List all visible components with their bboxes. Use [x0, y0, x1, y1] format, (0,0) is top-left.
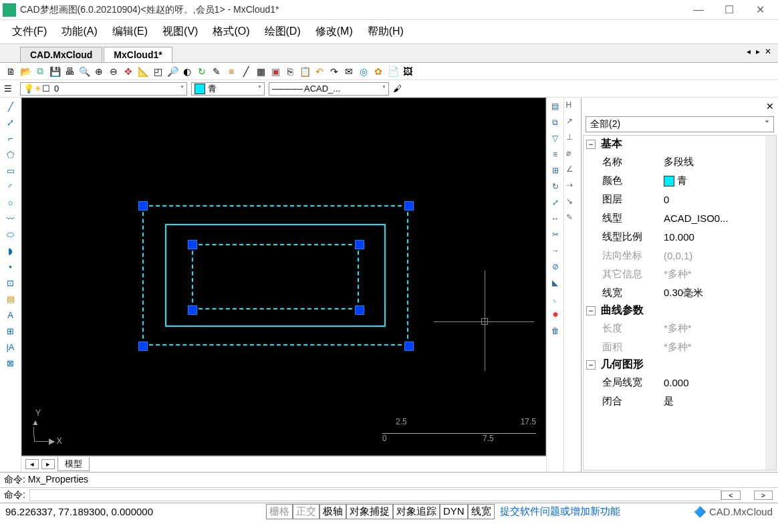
zoom-win-icon[interactable]: 🔎 [166, 65, 179, 78]
prop-lineweight-val[interactable]: 0.30毫米 [664, 287, 776, 299]
prop-ltscale-val[interactable]: 10.000 [664, 231, 776, 243]
tab-prev-button[interactable]: ◂ [25, 459, 39, 469]
insert-block-icon[interactable]: ⊡ [4, 277, 17, 289]
menu-file[interactable]: 文件(F) [5, 22, 53, 41]
break-icon[interactable]: ⊘ [549, 261, 562, 273]
mode-osnap[interactable]: 对象捕捉 [346, 504, 393, 519]
pan-icon[interactable]: ✥ [122, 65, 135, 78]
new-icon[interactable]: 🗎 [4, 65, 17, 78]
menu-draw[interactable]: 绘图(D) [258, 22, 307, 41]
feedback-link[interactable]: 提交软件问题或增加新功能 [500, 505, 620, 518]
mode-polar[interactable]: 极轴 [319, 504, 346, 519]
selection-filter-combo[interactable]: 全部(2) ˅ [586, 116, 774, 132]
paste-icon[interactable]: 📋 [298, 65, 311, 78]
pline-icon[interactable]: ⌐ [4, 132, 17, 144]
redo-icon[interactable]: ↷ [328, 65, 341, 78]
prop-globalwidth-val[interactable]: 0.000 [664, 377, 776, 388]
menu-function[interactable]: 功能(A) [55, 22, 104, 41]
drawing-canvas[interactable]: Y ▲ │ └──▶ X 2.5 17.5 0 7.5 [21, 98, 546, 456]
line-icon[interactable]: ╱ [4, 100, 17, 112]
array-icon[interactable]: ⊞ [549, 164, 562, 176]
group-basic[interactable]: −基本 [584, 136, 776, 152]
maximize-button[interactable]: ☐ [714, 1, 745, 19]
block-icon[interactable]: ▦ [254, 65, 267, 78]
menu-format[interactable]: 格式(O) [206, 22, 256, 41]
zoom-prev-icon[interactable]: ◐ [180, 65, 194, 78]
settings-icon[interactable]: ✿ [372, 65, 385, 78]
layer-manager-icon[interactable]: ☰ [4, 84, 16, 94]
menu-help[interactable]: 帮助(H) [361, 22, 410, 41]
scroll-left-button[interactable]: < [721, 491, 740, 500]
scrollbar[interactable] [765, 136, 776, 470]
mode-ortho[interactable]: 正交 [293, 504, 319, 519]
insert-icon[interactable]: ▣ [269, 65, 282, 78]
linetype-combo[interactable]: ———— ACAD_... ˅ [269, 82, 389, 96]
dim-ang-icon[interactable]: ∠ [566, 164, 579, 176]
explode-icon[interactable]: ✸ [549, 309, 562, 321]
color-combo[interactable]: 青 ˅ [191, 82, 265, 96]
arc-icon[interactable]: ◜ [4, 180, 17, 192]
dim-ord-icon[interactable]: ⊥ [566, 132, 579, 144]
ellipse-icon[interactable]: ⬭ [4, 229, 17, 241]
prop-layer-val[interactable]: 0 [664, 194, 776, 205]
fillet-icon[interactable]: ◟ [549, 293, 562, 305]
copy-icon[interactable]: ⧉ [549, 116, 562, 128]
redraw-icon[interactable]: ↻ [195, 65, 209, 78]
zoom-in-icon[interactable]: ⊕ [92, 65, 106, 78]
open-icon[interactable]: 📂 [19, 65, 32, 78]
trim-icon[interactable]: ✂ [549, 229, 562, 241]
text-icon[interactable]: ✉ [342, 65, 356, 78]
zoom-out-icon[interactable]: ⊖ [107, 65, 120, 78]
dim-radius-icon[interactable]: ⌀ [566, 148, 579, 160]
prop-linetype-val[interactable]: ACAD_ISO0... [664, 213, 776, 224]
tab-active[interactable]: MxCloud1* [104, 47, 172, 62]
print-icon[interactable]: 🖶 [63, 65, 76, 78]
measure-icon[interactable]: 📐 [136, 65, 150, 78]
help-icon[interactable]: ◎ [357, 65, 370, 78]
undo-icon[interactable]: ↶ [313, 65, 326, 78]
mtext-icon[interactable]: |A [4, 341, 17, 353]
zoom-icon[interactable]: 🔍 [78, 65, 91, 78]
image-icon[interactable]: 🖼 [401, 65, 414, 78]
extents-icon[interactable]: ◰ [151, 65, 164, 78]
dim-edit-icon[interactable]: ✎ [566, 213, 579, 225]
rectangle-icon[interactable]: ▭ [4, 164, 17, 176]
xline-icon[interactable]: ⤢ [4, 116, 17, 128]
close-button[interactable]: ✕ [745, 1, 775, 19]
point-icon[interactable]: • [4, 261, 17, 273]
stretch-icon[interactable]: ↔ [549, 213, 562, 225]
text-icon[interactable]: A [4, 309, 17, 321]
polygon-icon[interactable]: ⬠ [4, 148, 17, 160]
prop-closed-val[interactable]: 是 [664, 395, 776, 408]
mode-grid[interactable]: 栅格 [266, 504, 293, 519]
offset-icon[interactable]: ≡ [549, 148, 562, 160]
brush-icon[interactable]: 🖌 [393, 84, 402, 94]
menu-modify[interactable]: 修改(M) [309, 22, 360, 41]
mirror-icon[interactable]: ▽ [549, 132, 562, 144]
leader-icon[interactable]: ↘ [566, 196, 579, 209]
ellarc-icon[interactable]: ◗ [4, 245, 17, 257]
model-tab[interactable]: 模型 [57, 457, 90, 471]
dim-align-icon[interactable]: ↗ [566, 116, 579, 128]
mode-lwt[interactable]: 线宽 [468, 504, 495, 519]
extend-icon[interactable]: → [549, 245, 562, 257]
rotate-icon[interactable]: ↻ [549, 180, 562, 192]
hatch-icon[interactable]: ▤ [4, 293, 17, 305]
properties-list[interactable]: −基本 名称多段线 颜色青 图层0 线型ACAD_ISO0... 线型比例10.… [583, 135, 777, 471]
tab-controls[interactable]: ◂ ▸ ✕ [747, 47, 773, 56]
circle-icon[interactable]: ○ [4, 196, 17, 209]
menu-view[interactable]: 视图(V) [156, 22, 205, 41]
tab-inactive[interactable]: CAD.MxCloud [20, 47, 102, 62]
copy-icon[interactable]: ⎘ [283, 65, 297, 78]
panel-close-button[interactable]: ✕ [766, 101, 774, 112]
region-icon[interactable]: ⊠ [4, 357, 17, 369]
move-icon[interactable]: ▤ [549, 100, 562, 112]
group-geometry[interactable]: −几何图形 [584, 356, 776, 373]
chamfer-icon[interactable]: ◣ [549, 277, 562, 289]
tab-next-button[interactable]: ▸ [41, 459, 55, 469]
pdf-icon[interactable]: 📄 [386, 65, 400, 78]
mode-dyn[interactable]: DYN [440, 504, 468, 519]
menu-edit[interactable]: 编辑(E) [106, 22, 154, 41]
grad-icon[interactable]: ≡ [225, 65, 238, 78]
table-icon[interactable]: ⊞ [4, 325, 17, 337]
